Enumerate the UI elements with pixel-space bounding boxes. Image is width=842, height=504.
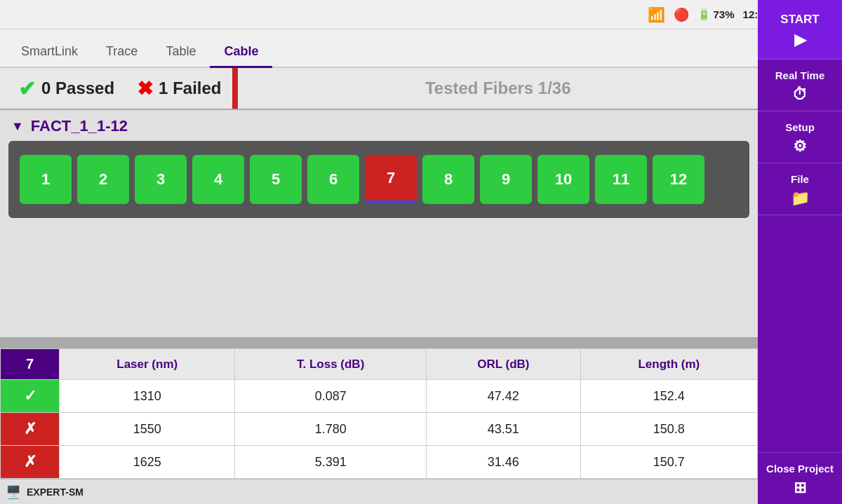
laser-header: Laser (nm) bbox=[60, 349, 235, 380]
play-icon: ▶ bbox=[794, 31, 806, 49]
file-label: File bbox=[791, 173, 809, 185]
device-label: EXPERT-SM bbox=[27, 486, 83, 498]
fiber-grid-container: 123456789101112 bbox=[8, 141, 749, 218]
fiber-cell-10[interactable]: 10 bbox=[537, 155, 589, 204]
fail-count-label: 1 Failed bbox=[159, 79, 221, 98]
fiber-cell-12[interactable]: 12 bbox=[653, 155, 704, 204]
bottom-bar: 🖥️ EXPERT-SM bbox=[0, 479, 758, 504]
loss-cell: 1.780 bbox=[235, 413, 427, 446]
status-divider bbox=[232, 68, 238, 109]
table-row: ✓13100.08747.42152.4 bbox=[1, 380, 758, 413]
loss-cell: 5.391 bbox=[235, 446, 427, 479]
orl-cell: 47.42 bbox=[427, 380, 581, 413]
tab-table[interactable]: Table bbox=[152, 39, 210, 68]
orl-cell: 43.51 bbox=[427, 413, 581, 446]
data-table-container: 7 Laser (nm) T. Loss (dB) ORL (dB) Lengt… bbox=[0, 348, 758, 479]
setup-label: Setup bbox=[785, 121, 815, 133]
start-label: START bbox=[780, 13, 819, 27]
realtime-label: Real Time bbox=[775, 69, 825, 81]
realtime-button[interactable]: Real Time ⏱ bbox=[758, 60, 842, 111]
start-button[interactable]: START ▶ bbox=[758, 0, 842, 60]
timer-icon: ⏱ bbox=[792, 86, 808, 104]
laser-cell: 1625 bbox=[60, 446, 235, 479]
pass-count-label: 0 Passed bbox=[41, 79, 114, 98]
fiber-cell-8[interactable]: 8 bbox=[422, 155, 474, 204]
laser-cell: 1550 bbox=[60, 413, 235, 446]
tab-smartlink[interactable]: SmartLink bbox=[7, 39, 92, 68]
pass-fail-bar: ✔ 0 Passed ✖ 1 Failed Tested Fibers 1/36 bbox=[0, 68, 758, 110]
loss-cell: 0.087 bbox=[235, 380, 427, 413]
table-row: ✗15501.78043.51150.8 bbox=[1, 413, 758, 446]
fiber-num-header: 7 bbox=[1, 349, 60, 380]
fiber-cell-7[interactable]: 7 bbox=[365, 155, 417, 204]
status-cell-pass: ✓ bbox=[1, 380, 60, 413]
nav-tabs: SmartLink Trace Table Cable bbox=[0, 29, 758, 68]
gear-icon: ⚙ bbox=[793, 137, 807, 156]
length-cell: 150.7 bbox=[580, 446, 757, 479]
tab-trace[interactable]: Trace bbox=[92, 39, 152, 68]
group-arrow-icon: ▼ bbox=[11, 119, 24, 134]
fiber-cell-6[interactable]: 6 bbox=[307, 155, 359, 204]
setup-button[interactable]: Setup ⚙ bbox=[758, 111, 842, 163]
sidebar: START ▶ Real Time ⏱ Setup ⚙ File 📁 Close… bbox=[758, 0, 842, 504]
cable-section: ▼ FACT_1_1-12 123456789101112 bbox=[0, 110, 758, 337]
length-header: Length (m) bbox=[580, 349, 757, 380]
length-cell: 150.8 bbox=[580, 413, 757, 446]
fiber-cell-11[interactable]: 11 bbox=[595, 155, 647, 204]
orl-cell: 31.46 bbox=[427, 446, 581, 479]
fiber-cell-4[interactable]: 4 bbox=[192, 155, 244, 204]
tested-fibers-label: Tested Fibers 1/36 bbox=[238, 79, 758, 98]
fiber-cell-3[interactable]: 3 bbox=[135, 155, 187, 204]
folder-icon: 📁 bbox=[791, 189, 810, 207]
section-separator bbox=[0, 337, 758, 348]
status-cell-fail: ✗ bbox=[1, 446, 60, 479]
close-label: Close Project bbox=[766, 463, 834, 475]
fiber-grid: 123456789101112 bbox=[20, 155, 738, 204]
group-name: FACT_1_1-12 bbox=[31, 117, 128, 135]
file-button[interactable]: File 📁 bbox=[758, 163, 842, 215]
fiber-cell-9[interactable]: 9 bbox=[480, 155, 532, 204]
grid-icon: ⊞ bbox=[794, 479, 806, 497]
status-cell-fail: ✗ bbox=[1, 413, 60, 446]
main-content: SmartLink Trace Table Cable ✔ 0 Passed ✖… bbox=[0, 0, 758, 504]
close-project-button[interactable]: Close Project ⊞ bbox=[758, 452, 842, 504]
fiber-cell-5[interactable]: 5 bbox=[250, 155, 302, 204]
group-header: ▼ FACT_1_1-12 bbox=[8, 117, 749, 135]
fail-section: ✖ 1 Failed bbox=[126, 68, 232, 109]
pass-section: ✔ 0 Passed bbox=[7, 68, 126, 109]
orl-header: ORL (dB) bbox=[427, 349, 581, 380]
fail-x-icon: ✖ bbox=[137, 77, 153, 100]
pass-check-icon: ✔ bbox=[18, 76, 36, 101]
fiber-cell-1[interactable]: 1 bbox=[20, 155, 72, 204]
table-row: ✗16255.39131.46150.7 bbox=[1, 446, 758, 479]
loss-header: T. Loss (dB) bbox=[235, 349, 427, 380]
length-cell: 152.4 bbox=[580, 380, 757, 413]
fiber-cell-2[interactable]: 2 bbox=[77, 155, 129, 204]
fiber-data-table: 7 Laser (nm) T. Loss (dB) ORL (dB) Lengt… bbox=[0, 348, 758, 479]
laser-cell: 1310 bbox=[60, 380, 235, 413]
tab-cable[interactable]: Cable bbox=[210, 39, 272, 68]
device-icon: 🖥️ bbox=[6, 484, 21, 500]
